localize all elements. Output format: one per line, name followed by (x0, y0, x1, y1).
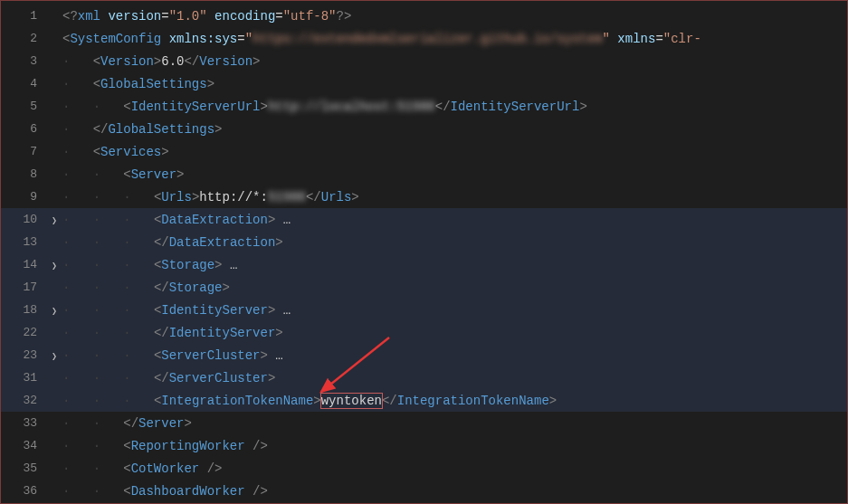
code-line[interactable]: 22· · · </IdentityServer> (1, 321, 847, 344)
line-number: 34 (1, 439, 46, 452)
code-content[interactable]: · </GlobalSettings> (62, 122, 847, 137)
code-line[interactable]: 34· · <ReportingWorker /> (1, 434, 847, 457)
code-content[interactable]: · · · <Storage> … (62, 258, 847, 272)
code-content[interactable]: · · · <DataExtraction> … (62, 213, 847, 227)
code-line[interactable]: 18›· · · <IdentityServer> … (1, 299, 847, 321)
code-line[interactable]: 13· · · </DataExtraction> (1, 231, 847, 253)
line-number: 13 (1, 235, 46, 249)
highlighted-token: wyntoken (321, 394, 382, 408)
code-content[interactable]: · · · </IdentityServer> (62, 326, 847, 340)
code-content[interactable]: · · · <IdentityServer> … (62, 303, 847, 318)
code-content[interactable]: · · <IdentityServerUrl>http://localhost:… (62, 100, 847, 114)
line-number: 22 (1, 326, 46, 339)
code-content[interactable]: · <Services> (62, 145, 847, 159)
line-number: 8 (1, 167, 46, 181)
line-number: 1 (1, 9, 46, 23)
code-content[interactable]: · <GlobalSettings> (62, 77, 847, 91)
code-line[interactable]: 9· · · <Urls>http://*:51980</Urls> (1, 185, 847, 208)
code-content[interactable]: <?xml version="1.0" encoding="utf-8"?> (62, 9, 847, 24)
code-line[interactable]: 36· · <DashboardWorker /> (1, 480, 847, 502)
line-number: 33 (1, 416, 46, 430)
code-editor[interactable]: 1<?xml version="1.0" encoding="utf-8"?>2… (1, 5, 847, 502)
line-number: 23 (1, 348, 46, 362)
fold-toggle[interactable]: › (46, 300, 62, 319)
code-line[interactable]: 2<SystemConfig xmlns:sys="https://extend… (1, 27, 847, 50)
code-line[interactable]: 10›· · · <DataExtraction> … (1, 208, 847, 231)
line-number: 35 (1, 461, 46, 475)
code-content[interactable]: · · <CotWorker /> (62, 461, 847, 476)
line-number: 5 (1, 100, 46, 113)
code-line[interactable]: 3· <Version>6.0</Version> (1, 50, 847, 72)
line-number: 18 (1, 303, 46, 317)
code-content[interactable]: · · </Server> (62, 416, 847, 431)
code-line[interactable]: 17· · · </Storage> (1, 276, 847, 299)
fold-toggle[interactable]: › (46, 345, 62, 365)
fold-toggle[interactable]: › (46, 254, 62, 274)
line-number: 9 (1, 190, 46, 204)
code-line[interactable]: 1<?xml version="1.0" encoding="utf-8"?> (1, 5, 847, 27)
code-content[interactable]: · · · <IntegrationTokenName>wyntoken</In… (62, 394, 847, 408)
line-number: 3 (1, 54, 46, 68)
code-line[interactable]: 33· · </Server> (1, 412, 847, 434)
line-number: 2 (1, 32, 46, 45)
line-number: 10 (1, 213, 46, 226)
line-number: 6 (1, 122, 46, 136)
code-content[interactable]: <SystemConfig xmlns:sys="https://extende… (62, 32, 847, 46)
code-content[interactable]: · · · </ServerCluster> (62, 371, 847, 385)
line-number: 14 (1, 258, 46, 271)
code-line[interactable]: 31· · · </ServerCluster> (1, 366, 847, 389)
code-content[interactable]: · · <DashboardWorker /> (62, 484, 847, 499)
fold-toggle[interactable]: › (46, 209, 62, 229)
code-line[interactable]: 14›· · · <Storage> … (1, 253, 847, 276)
code-content[interactable]: · <Version>6.0</Version> (62, 54, 847, 69)
code-line[interactable]: 5· · <IdentityServerUrl>http://localhost… (1, 95, 847, 118)
code-line[interactable]: 32· · · <IntegrationTokenName>wyntoken</… (1, 389, 847, 412)
code-content[interactable]: · · <ReportingWorker /> (62, 439, 847, 453)
line-number: 36 (1, 484, 46, 498)
line-number: 32 (1, 394, 46, 407)
code-line[interactable]: 7· <Services> (1, 140, 847, 163)
code-line[interactable]: 6· </GlobalSettings> (1, 118, 847, 140)
code-content[interactable]: · · · </DataExtraction> (62, 235, 847, 250)
code-line[interactable]: 4· <GlobalSettings> (1, 72, 847, 95)
line-number: 4 (1, 77, 46, 90)
line-number: 31 (1, 371, 46, 385)
line-number: 17 (1, 281, 46, 294)
code-line[interactable]: 23›· · · <ServerCluster> … (1, 344, 847, 366)
code-content[interactable]: · · · </Storage> (62, 281, 847, 295)
line-number: 7 (1, 145, 46, 158)
code-content[interactable]: · · <Server> (62, 167, 847, 182)
code-line[interactable]: 8· · <Server> (1, 163, 847, 185)
code-content[interactable]: · · · <ServerCluster> … (62, 348, 847, 363)
code-line[interactable]: 35· · <CotWorker /> (1, 457, 847, 480)
code-content[interactable]: · · · <Urls>http://*:51980</Urls> (62, 190, 847, 204)
